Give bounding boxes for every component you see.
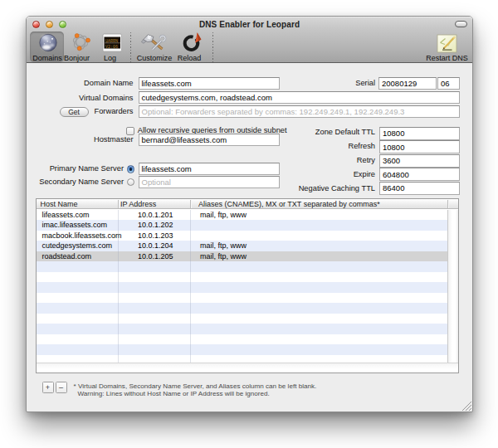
svg-text:V2:06: V2:06 bbox=[105, 45, 118, 50]
